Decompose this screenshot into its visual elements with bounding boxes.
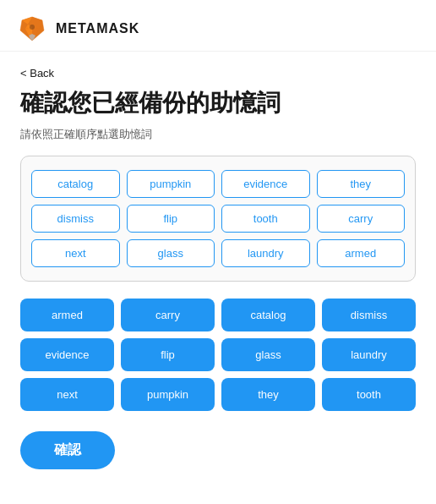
answer-word-pumpkin[interactable]: pumpkin <box>121 378 215 411</box>
pool-word-carry[interactable]: carry <box>317 205 406 233</box>
header: METAMASK <box>0 0 436 52</box>
confirm-button[interactable]: 確認 <box>20 431 115 469</box>
word-pool: catalog pumpkin evidence they dismiss fl… <box>20 156 416 282</box>
pool-word-glass[interactable]: glass <box>127 239 215 267</box>
answer-word-glass[interactable]: glass <box>221 338 315 371</box>
answer-word-evidence[interactable]: evidence <box>20 338 114 371</box>
pool-word-laundry[interactable]: laundry <box>221 239 310 267</box>
page-title: 確認您已經備份的助憶詞 <box>20 88 416 118</box>
answer-word-tooth[interactable]: tooth <box>322 378 416 411</box>
pool-word-evidence[interactable]: evidence <box>221 170 310 198</box>
answer-word-flip[interactable]: flip <box>121 338 215 371</box>
pool-word-tooth[interactable]: tooth <box>221 205 310 233</box>
pool-word-next[interactable]: next <box>31 239 120 267</box>
answer-word-catalog[interactable]: catalog <box>221 299 315 331</box>
word-pool-grid: catalog pumpkin evidence they dismiss fl… <box>31 170 405 267</box>
answer-grid: armed carry catalog dismiss evidence fli… <box>20 299 416 411</box>
pool-word-armed[interactable]: armed <box>317 239 406 267</box>
metamask-logo <box>17 14 47 44</box>
pool-word-dismiss[interactable]: dismiss <box>31 205 120 233</box>
page-content: Back 確認您已經備份的助憶詞 請依照正確順序點選助憶詞 catalog pu… <box>0 52 436 490</box>
app-container: METAMASK Back 確認您已經備份的助憶詞 請依照正確順序點選助憶詞 c… <box>0 0 436 504</box>
app-title: METAMASK <box>56 21 139 36</box>
answer-word-carry[interactable]: carry <box>121 299 215 331</box>
answer-word-dismiss[interactable]: dismiss <box>322 299 416 331</box>
answer-word-armed[interactable]: armed <box>20 299 114 331</box>
pool-word-they[interactable]: they <box>317 170 406 198</box>
svg-point-6 <box>30 25 35 30</box>
back-button[interactable]: Back <box>20 67 54 79</box>
page-subtitle: 請依照正確順序點選助憶詞 <box>20 127 416 142</box>
answer-word-they[interactable]: they <box>221 378 315 411</box>
pool-word-catalog[interactable]: catalog <box>31 170 120 198</box>
pool-word-pumpkin[interactable]: pumpkin <box>127 170 215 198</box>
pool-word-flip[interactable]: flip <box>127 205 215 233</box>
answer-word-next[interactable]: next <box>20 378 114 411</box>
answer-word-laundry[interactable]: laundry <box>322 338 416 371</box>
